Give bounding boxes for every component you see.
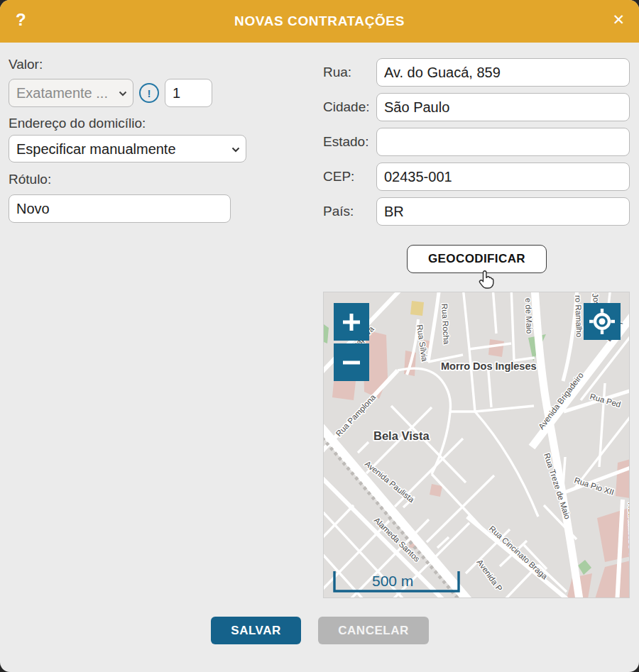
address-row: Estado: <box>323 128 630 156</box>
rotulo-label: Rótulo: <box>9 172 51 187</box>
salvar-button[interactable]: SALVAR <box>211 617 301 644</box>
cep-input[interactable] <box>376 163 630 191</box>
rua-label: Rua: <box>323 65 376 80</box>
help-icon[interactable]: ? <box>16 10 26 30</box>
warning-icon: ! <box>139 83 159 103</box>
rua-input[interactable] <box>376 58 630 87</box>
locate-icon <box>588 307 616 336</box>
address-row: País: <box>323 197 630 226</box>
zoom-in-button[interactable] <box>334 303 369 341</box>
place-label-bela-vista: Bela Vista <box>373 429 430 442</box>
zoom-out-button[interactable] <box>334 343 369 381</box>
cidade-label: Cidade: <box>323 99 376 115</box>
cidade-input[interactable] <box>376 93 630 121</box>
plus-icon <box>339 310 364 334</box>
street-label: e de Maio <box>524 298 534 334</box>
valor-label: Valor: <box>9 57 43 72</box>
endereco-label: Endereço do domicílio: <box>9 116 146 131</box>
cep-label: CEP: <box>323 169 376 184</box>
valor-operator-select[interactable]: Exatamente ... <box>9 79 133 107</box>
street-label: ro Ramalho <box>574 295 584 338</box>
geocodificar-button[interactable]: GEOCODIFICAR <box>407 245 547 273</box>
pais-label: País: <box>323 204 376 219</box>
dialog-body: Valor: Exatamente ... ! Endereço do domi… <box>0 43 639 672</box>
close-icon[interactable]: ✕ <box>612 11 625 28</box>
address-row: Rua: <box>323 58 630 87</box>
estado-label: Estado: <box>323 134 376 150</box>
address-row: Cidade: <box>323 93 630 121</box>
novas-contratacoes-dialog: ? NOVAS CONTRATAÇÕES ✕ Valor: Exatamente… <box>0 0 639 672</box>
rotulo-input[interactable] <box>9 194 231 223</box>
valor-row: Exatamente ... ! <box>9 79 212 107</box>
dialog-title: NOVAS CONTRATAÇÕES <box>234 13 405 29</box>
scale-label: 500 m <box>372 573 413 589</box>
map-canvas[interactable]: Rua Itapeva Rua Rocha Rua Sílvia Rua Pam… <box>323 292 630 598</box>
cancelar-button[interactable]: CANCELAR <box>318 617 429 644</box>
estado-input[interactable] <box>376 128 630 156</box>
locate-button[interactable] <box>584 303 621 340</box>
valor-input[interactable] <box>165 79 212 107</box>
minus-icon <box>339 351 364 375</box>
place-label-morro: Morro Dos Ingleses <box>441 360 537 372</box>
endereco-select[interactable]: Especificar manualmente <box>9 135 246 163</box>
address-row: CEP: <box>323 163 630 191</box>
dialog-header: ? NOVAS CONTRATAÇÕES ✕ <box>0 0 639 43</box>
pais-input[interactable] <box>376 197 630 226</box>
